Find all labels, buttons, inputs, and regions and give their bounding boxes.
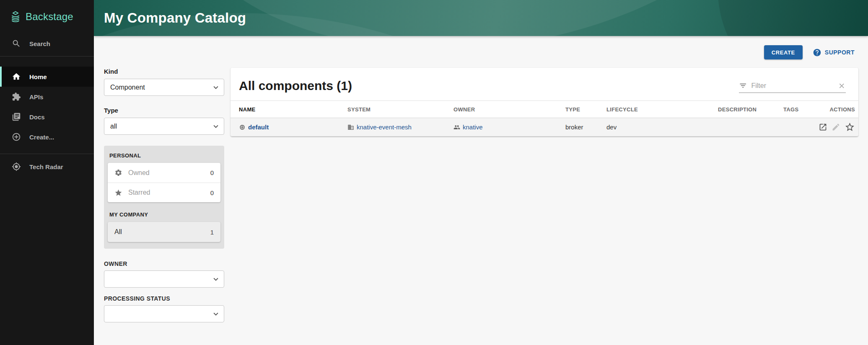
backstage-logo-icon: [9, 10, 22, 23]
table-filter-input[interactable]: [751, 82, 838, 90]
processing-status-select[interactable]: [104, 305, 224, 322]
column-header-lifecycle[interactable]: LIFECYCLE: [606, 106, 718, 113]
sidebar-spacer: [0, 59, 94, 67]
help-icon: [813, 48, 821, 57]
docs-icon: [12, 112, 21, 121]
backstage-logo-text: Backstage: [26, 11, 73, 23]
kind-select-value: Component: [110, 84, 145, 91]
company-section-title: MY COMPANY: [109, 211, 220, 218]
sidebar-item-label: APIs: [29, 93, 43, 100]
filters-panel: Kind Component Type all PERSONAL Owned 0…: [104, 68, 224, 333]
chevron-down-icon: [211, 309, 220, 319]
sidebar-item-label: Docs: [29, 113, 45, 121]
owner-link[interactable]: knative: [463, 124, 483, 131]
column-header-name[interactable]: NAME: [239, 106, 347, 113]
sidebar-item-label: Create...: [29, 134, 54, 141]
table-row: default knative-event-mesh knative broke…: [231, 118, 858, 136]
puzzle-icon: [12, 92, 21, 101]
owner-select[interactable]: [104, 270, 224, 288]
table-header-row: NAME SYSTEM OWNER TYPE LIFECYCLE DESCRIP…: [231, 100, 858, 118]
table-filter: [739, 81, 846, 93]
chevron-down-icon: [211, 275, 220, 284]
support-label: SUPPORT: [825, 49, 855, 56]
picker-item-label: Owned: [128, 169, 210, 177]
chevron-down-icon: [211, 83, 220, 92]
edit-icon[interactable]: [832, 123, 840, 131]
row-actions: [817, 122, 855, 132]
catalog-card: All components (1) NAME SYSTEM OWNER TYP…: [231, 68, 858, 136]
type-select-value: all: [110, 123, 117, 130]
picker-item-all[interactable]: All 1: [108, 222, 220, 242]
sidebar-item-label: Tech Radar: [29, 163, 63, 170]
gear-icon: [114, 169, 122, 177]
sidebar: Backstage Search Home APIs Docs Create..…: [0, 0, 94, 345]
page-header: My Company Catalog: [94, 0, 868, 36]
picker-item-count: 0: [210, 169, 214, 176]
star-outline-icon[interactable]: [845, 122, 855, 132]
sidebar-item-label: Search: [29, 40, 50, 47]
owner-label: OWNER: [104, 260, 224, 267]
kind-label: Kind: [104, 68, 224, 75]
column-header-type[interactable]: TYPE: [565, 106, 606, 113]
type-label: Type: [104, 107, 224, 114]
type-select[interactable]: all: [104, 118, 224, 135]
entity-link-default[interactable]: default: [248, 124, 269, 131]
picker-item-count: 1: [210, 229, 214, 236]
sidebar-item-home[interactable]: Home: [0, 67, 94, 87]
group-icon: [453, 124, 460, 131]
column-header-system[interactable]: SYSTEM: [347, 106, 453, 113]
processing-status-label: PROCESSING STATUS: [104, 295, 224, 302]
personal-picker: Owned 0 Starred 0: [108, 163, 220, 202]
catalog-table: NAME SYSTEM OWNER TYPE LIFECYCLE DESCRIP…: [231, 100, 858, 136]
sidebar-item-apis[interactable]: APIs: [0, 87, 94, 107]
system-building-icon: [347, 124, 354, 131]
cell-lifecycle: dev: [606, 124, 718, 131]
entity-picker-card: PERSONAL Owned 0 Starred 0 MY COMPANY Al…: [104, 146, 224, 249]
column-header-owner[interactable]: OWNER: [453, 106, 565, 113]
sidebar-item-docs[interactable]: Docs: [0, 107, 94, 127]
picker-item-count: 0: [210, 189, 214, 196]
toolbar: CREATE SUPPORT: [764, 45, 855, 59]
radar-icon: [12, 162, 21, 171]
kind-select[interactable]: Component: [104, 79, 224, 96]
personal-section-title: PERSONAL: [109, 152, 220, 159]
picker-item-owned[interactable]: Owned 0: [108, 163, 220, 183]
component-chip-icon: [239, 124, 246, 131]
create-button[interactable]: CREATE: [764, 45, 803, 59]
clear-filter-icon[interactable]: [838, 82, 846, 90]
cell-type: broker: [565, 124, 606, 131]
plus-circle-icon: [12, 132, 21, 142]
star-icon: [114, 189, 122, 197]
system-link[interactable]: knative-event-mesh: [357, 124, 412, 131]
chevron-down-icon: [211, 122, 220, 131]
open-in-new-icon[interactable]: [819, 123, 827, 131]
sidebar-divider: [0, 56, 94, 57]
column-header-tags[interactable]: TAGS: [783, 106, 817, 113]
header-wave-decoration: [678, 0, 868, 36]
page-title: My Company Catalog: [104, 10, 246, 26]
support-button[interactable]: SUPPORT: [813, 48, 855, 57]
backstage-logo[interactable]: Backstage: [0, 0, 94, 33]
column-header-actions: ACTIONS: [817, 106, 855, 113]
sidebar-item-search[interactable]: Search: [0, 33, 94, 54]
home-icon: [12, 72, 21, 81]
sidebar-item-label: Home: [29, 73, 47, 80]
column-header-description[interactable]: DESCRIPTION: [718, 106, 783, 113]
sidebar-item-create[interactable]: Create...: [0, 127, 94, 147]
picker-item-label: Starred: [128, 189, 210, 196]
search-icon: [12, 39, 21, 48]
sidebar-divider: [0, 154, 94, 154]
sidebar-item-tech-radar[interactable]: Tech Radar: [0, 157, 94, 177]
filter-list-icon: [739, 81, 747, 90]
picker-item-label: All: [114, 228, 210, 236]
picker-item-starred[interactable]: Starred 0: [108, 183, 220, 202]
catalog-title: All components (1): [239, 79, 352, 93]
